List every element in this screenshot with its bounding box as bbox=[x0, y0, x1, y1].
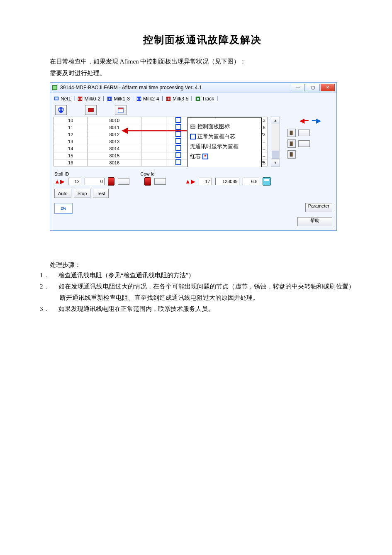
svg-rect-3 bbox=[55, 97, 58, 99]
door-icon[interactable] bbox=[287, 139, 296, 148]
panel-icon bbox=[190, 124, 196, 130]
status-row: Stall ID Cow Id bbox=[50, 170, 336, 177]
stall-id: 8010 bbox=[88, 117, 141, 124]
right-cow-field[interactable]: 123089 bbox=[215, 178, 239, 185]
door-icon[interactable] bbox=[287, 150, 296, 159]
step-text: 如果发现通讯线电阻在正常范围内，联系技术服务人员。 bbox=[58, 306, 214, 312]
tab-label: Track bbox=[202, 96, 214, 102]
list-item: 2．如在发现通讯线电阻过大的情况，在各个可能出现问题的节点（虚节，锈蚀，转盘的中… bbox=[50, 281, 355, 303]
milk-icon-red bbox=[166, 96, 171, 102]
panel-row bbox=[287, 150, 333, 159]
parameter-button[interactable]: Parameter bbox=[305, 203, 332, 212]
tab-milk3-5[interactable]: Milk3-5 bbox=[166, 95, 189, 102]
scroll-thumb[interactable] bbox=[272, 151, 279, 159]
brand-logo: 2% bbox=[54, 203, 73, 214]
svg-rect-18 bbox=[292, 131, 293, 135]
left-val-field[interactable]: 0 bbox=[85, 178, 105, 185]
shield-icon[interactable] bbox=[55, 105, 67, 115]
status-box-icon bbox=[175, 152, 181, 158]
callout-text: 控制面板图标 bbox=[197, 123, 230, 130]
red-cube-icon[interactable] bbox=[85, 105, 97, 115]
control-row: Auto Stop Test bbox=[50, 186, 336, 200]
scroll-down-icon[interactable]: ▼ bbox=[271, 159, 280, 166]
nav-left-icon[interactable]: ◀━ bbox=[299, 117, 309, 125]
milk-icon-blue bbox=[107, 96, 112, 102]
maximize-button[interactable]: ▢ bbox=[306, 84, 320, 91]
red-lamp-icon bbox=[144, 177, 151, 186]
right-idx-field[interactable]: 17 bbox=[199, 178, 212, 185]
panel-button[interactable] bbox=[298, 140, 310, 147]
toolbar-row bbox=[50, 103, 336, 117]
app-icon bbox=[52, 85, 58, 90]
annotation-callout: 控制面板图标 正常为篮框白芯 无通讯时显示为篮框 红芯 bbox=[187, 117, 262, 167]
scroll-up-icon[interactable]: ▲ bbox=[271, 117, 280, 124]
svg-rect-22 bbox=[292, 152, 293, 157]
left-idx-field[interactable]: 12 bbox=[68, 178, 81, 185]
steps-list: 1．检查通讯线电阻（参见“检查通讯线电阻的方法”） 2．如在发现通讯线电阻过大的… bbox=[50, 270, 355, 315]
tab-label: Milk2-4 bbox=[143, 96, 159, 102]
tab-separator: | bbox=[73, 95, 75, 101]
milk-icon-blue bbox=[136, 96, 142, 102]
close-button[interactable]: ✕ bbox=[321, 84, 335, 91]
arrow-up-icon[interactable]: ▲▶ bbox=[185, 178, 195, 185]
auto-button[interactable]: Auto bbox=[54, 189, 71, 198]
minimize-button[interactable]: — bbox=[291, 84, 305, 91]
calendar-icon[interactable] bbox=[115, 105, 127, 115]
list-item: 1．检查通讯线电阻（参见“检查通讯线电阻的方法”） bbox=[50, 270, 355, 281]
stall-id: 8011 bbox=[88, 124, 141, 131]
tab-label: Net1 bbox=[61, 96, 71, 102]
panel-button[interactable] bbox=[298, 130, 310, 136]
step-text: 检查通讯线电阻（参见“检查通讯线电阻的方法”） bbox=[58, 272, 195, 279]
scrollbar[interactable]: ▲ ▼ bbox=[271, 117, 280, 166]
track-icon bbox=[195, 96, 201, 102]
tab-milk0-2[interactable]: Milk0-2 bbox=[77, 95, 100, 102]
arrow-up-icon[interactable]: ▲▶ bbox=[54, 178, 65, 185]
status-box-icon bbox=[175, 124, 181, 130]
svg-rect-20 bbox=[292, 142, 293, 146]
panel-button[interactable] bbox=[118, 178, 129, 185]
svg-point-15 bbox=[193, 126, 195, 127]
window-title-buttons: — ▢ ✕ bbox=[291, 84, 335, 91]
status-box-icon bbox=[175, 117, 181, 123]
tab-separator: | bbox=[162, 95, 163, 101]
blue-box-white-icon bbox=[190, 134, 196, 139]
stall-id: 8016 bbox=[88, 159, 141, 166]
status-values-row: ▲▶ 12 0 ▲▶ 17 123089 6.8 bbox=[50, 177, 336, 186]
stall-id: 8014 bbox=[88, 145, 141, 152]
milk-icon-red bbox=[77, 96, 83, 102]
panel-button[interactable] bbox=[154, 178, 166, 185]
save-icon[interactable] bbox=[263, 177, 271, 186]
row-index: 10 bbox=[54, 117, 88, 124]
svg-point-9 bbox=[197, 98, 199, 100]
callout-line-4: 红芯 bbox=[190, 153, 259, 160]
row-index: 15 bbox=[54, 152, 88, 159]
tab-track[interactable]: Track bbox=[195, 95, 214, 102]
svg-rect-10 bbox=[88, 108, 94, 112]
tab-milk2-4[interactable]: Milk2-4 bbox=[136, 95, 159, 102]
nav-right-icon[interactable]: ━▶ bbox=[312, 117, 321, 125]
tab-net1[interactable]: Net1 bbox=[54, 95, 71, 102]
svg-rect-17 bbox=[290, 131, 292, 135]
stall-id: 8012 bbox=[88, 131, 141, 138]
help-button[interactable]: 帮助 bbox=[297, 217, 332, 226]
window-title: 39144-MDF-BAOJI FARM - Afifarm real time… bbox=[60, 85, 202, 90]
stop-button[interactable]: Stop bbox=[74, 189, 91, 198]
callout-text: 红芯 bbox=[190, 153, 201, 160]
tab-label: Milk0-2 bbox=[84, 96, 100, 102]
svg-rect-19 bbox=[290, 142, 292, 146]
red-lamp-icon bbox=[108, 177, 114, 186]
status-box-icon bbox=[175, 159, 181, 165]
tabs-row: Net1 | Milk0-2 | Milk1-3 | Milk2-4 | bbox=[50, 93, 336, 103]
intro-paragraph: 在日常检查中，如果发现 Afimen 中控制面板出现异常状况（见下图）： 需要及… bbox=[50, 56, 355, 78]
callout-text: 无通讯时显示为篮框 bbox=[190, 143, 239, 150]
steps-heading: 处理步骤： bbox=[50, 260, 355, 270]
test-button[interactable]: Test bbox=[93, 189, 109, 198]
right-qty-field[interactable]: 6.8 bbox=[243, 178, 259, 185]
cow-id-label: Cow Id bbox=[140, 171, 154, 176]
door-icon[interactable] bbox=[287, 129, 296, 137]
list-item: 3．如果发现通讯线电阻在正常范围内，联系技术服务人员。 bbox=[50, 303, 355, 315]
tab-separator: | bbox=[132, 95, 134, 101]
tab-separator: | bbox=[217, 95, 218, 101]
embedded-app-window: 39144-MDF-BAOJI FARM - Afifarm real time… bbox=[50, 82, 337, 231]
tab-milk1-3[interactable]: Milk1-3 bbox=[107, 95, 130, 102]
